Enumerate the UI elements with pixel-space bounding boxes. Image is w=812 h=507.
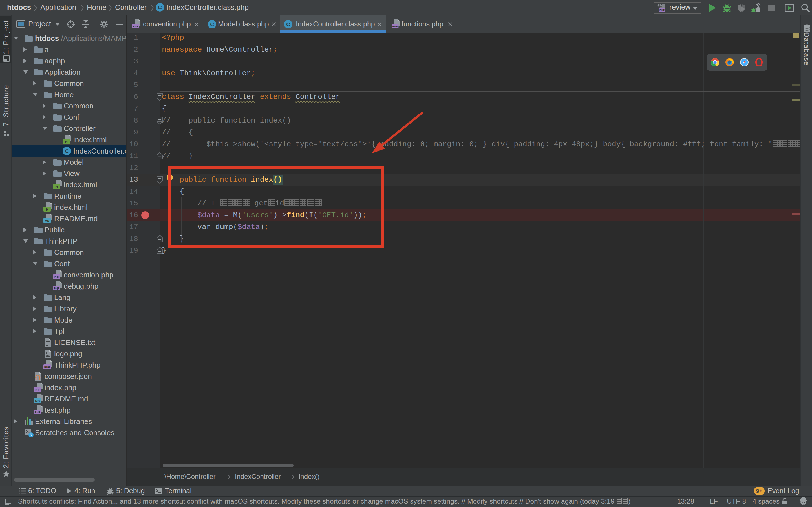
svg-text:C: C [65,148,69,154]
svg-text:PHP: PHP [393,25,398,28]
svg-text:H: H [55,185,58,189]
svg-text:MD: MD [35,399,40,403]
svg-text:H: H [65,140,67,144]
svg-text:H: H [46,207,48,212]
svg-text:MD: MD [45,219,49,223]
svg-text:PHP: PHP [54,287,60,290]
svg-text:PHP: PHP [35,388,41,392]
svg-text:C: C [158,4,162,10]
svg-text:PHP: PHP [659,8,665,12]
svg-text:{}: {} [35,375,41,381]
svg-text:PHP: PHP [35,411,41,414]
svg-text:PHP: PHP [44,366,50,369]
svg-text:PHP: PHP [54,276,60,279]
svg-text:PHP: PHP [133,25,139,28]
svg-text:C: C [286,21,290,27]
svg-text:C: C [210,21,214,27]
